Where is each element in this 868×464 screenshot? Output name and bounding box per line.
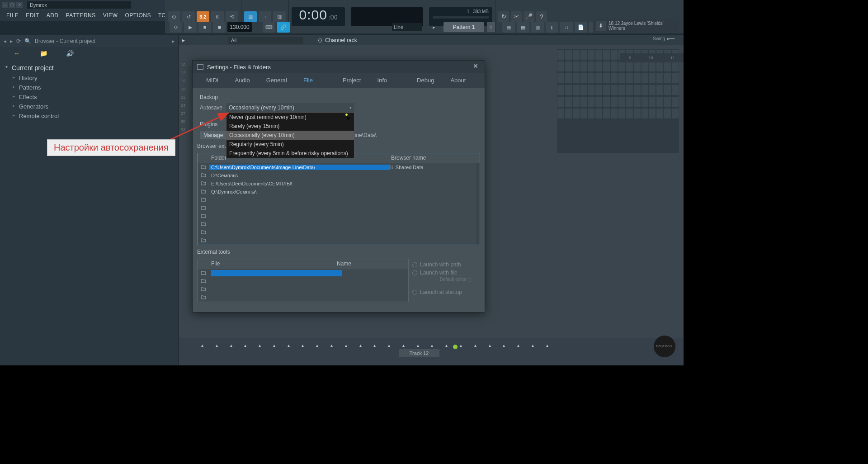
folder-row-icon[interactable] [198,181,209,186]
marker-icon[interactable] [453,345,458,349]
tab-general[interactable]: General [258,73,295,88]
menu-file[interactable]: FILE [3,12,22,19]
menu-options[interactable]: OPTIONS [121,12,155,19]
win-max[interactable]: ▢ [9,2,15,8]
tree-remote[interactable]: Remote control [5,111,174,121]
tab-project[interactable]: Project [335,73,369,88]
view-playlist-icon[interactable]: ▤ [502,22,515,33]
folder-row-icon[interactable] [198,173,209,178]
song-info[interactable]: ⬇ 18.12 Jayce Lewis 'Shields' Winners [593,19,679,33]
folder-row-icon[interactable] [198,197,209,203]
link-icon[interactable]: 🔗 [277,22,290,33]
folder-row[interactable]: C:\Users\Dymrox\Documents\Image-Line\Dat… [198,163,480,171]
folder-row[interactable] [198,196,480,204]
search-folders-list[interactable]: Folder Browser name C:\Users\Dymrox\Docu… [197,153,480,245]
view-pianoroll-icon[interactable]: ▥ [531,22,544,33]
tree-history[interactable]: History [5,73,174,83]
folder-path[interactable]: D:\Семплы\ [209,173,390,178]
playlist-menu-icon[interactable]: ▸ [182,37,185,43]
swing-label[interactable]: Swing ●━━ [653,36,675,41]
browser-search-icon[interactable]: 🔍 [24,38,31,44]
folder-path[interactable]: C:\Users\Dymrox\Documents\Image-Line\Dat… [209,165,390,170]
tempo-field[interactable]: 130.000 [227,22,252,32]
folder-path[interactable]: Q:\Dymrox\Семплы\ [209,189,390,194]
folder-row[interactable] [198,220,480,228]
dd-never[interactable]: Never (just remind every 10min) [226,113,354,122]
folder-row[interactable]: E:\Users\Dee\Documents\СЕМПЛЫ\ [198,180,480,188]
folder-row-icon[interactable] [198,213,209,219]
browser-audio-icon[interactable]: 🔊 [66,50,74,57]
record-button[interactable]: ⏺ [213,22,226,33]
autosave-dropdown[interactable]: Occasionally (every 10min) Never (just r… [226,103,354,112]
project-title[interactable]: Dymrox [27,1,131,9]
browser-fwd-icon[interactable]: ▸ [10,38,13,44]
dd-frequently[interactable]: Frequently (every 5min & before risky op… [226,149,354,158]
channel-filter[interactable]: All [228,37,303,44]
menu-edit[interactable]: EDIT [22,12,42,19]
folder-row-icon[interactable] [198,295,209,300]
folder-row[interactable] [198,204,480,212]
view-stepseq-icon[interactable]: ▦ [517,22,529,33]
folder-path[interactable]: E:\Users\Dee\Documents\СЕМПЛЫ\ [209,181,390,186]
pattern-add-button[interactable]: + [487,22,495,32]
step-sequencer[interactable] [557,49,679,153]
dd-regularly[interactable]: Regularly (every 5min) [226,140,354,149]
browser-back-icon[interactable]: ◂ [4,38,6,44]
ext-row-3[interactable] [211,286,342,293]
folder-row-icon[interactable] [198,270,209,276]
folders-scrollbar[interactable] [476,163,480,245]
playlist-timeline[interactable]: 91011 [620,53,684,62]
browser-folder-icon[interactable]: 📁 [40,50,48,57]
channel-rack-icon[interactable]: ⟨⟩ [318,37,322,43]
tab-audio[interactable]: Audio [226,73,258,88]
browser-more-icon[interactable]: ▸ [172,38,175,44]
win-min[interactable]: ― [2,2,8,8]
copy-icon[interactable]: 📄 [575,22,587,33]
folder-row-icon[interactable] [198,165,209,170]
folder-row[interactable] [198,212,480,220]
snap-select[interactable]: Line [392,23,422,31]
pattern-selector[interactable]: Pattern 1 [443,22,484,32]
menu-view[interactable]: VIEW [99,12,122,19]
browser-reload-icon[interactable]: ⟳ [16,38,21,44]
track-label[interactable]: Track 12 [399,349,439,357]
tree-patterns[interactable]: Patterns [5,83,174,92]
ext-row-1[interactable] [211,270,342,276]
dd-occasionally[interactable]: Occasionally (every 10min) [226,131,354,140]
stop-button[interactable]: ■ [198,22,211,33]
folder-row-icon[interactable] [198,189,209,194]
tree-generators[interactable]: Generators [5,102,174,111]
folder-row-icon[interactable] [198,238,209,243]
menu-patterns[interactable]: PATTERNS [62,12,99,19]
folder-row-icon[interactable] [198,230,209,235]
tree-effects[interactable]: Effects [5,92,174,102]
pattern-prev-icon[interactable]: ▸ [431,22,437,33]
folder-browser-name[interactable]: IL Shared Data [390,165,424,170]
folder-row[interactable]: D:\Семплы\ [198,171,480,180]
typing-kbd-icon[interactable]: ⌨ [263,22,275,33]
launch-file-radio[interactable]: Launch with file [412,269,480,277]
folder-row-icon[interactable] [198,279,209,284]
browser-collapse-icon[interactable]: ↔ [14,50,22,57]
external-tools-list[interactable]: File Name [197,259,409,302]
launch-path-radio[interactable]: Launch with path [412,260,480,269]
menu-add[interactable]: ADD [43,12,62,19]
sync-icon[interactable]: ⟳ [170,22,182,33]
tab-file[interactable]: File [295,73,321,88]
folder-row-icon[interactable] [198,222,209,227]
launch-startup-radio[interactable]: Launch at startup [412,288,480,296]
tree-current-project[interactable]: Current project [5,62,174,73]
tab-info[interactable]: Info [369,73,395,88]
dialog-close-button[interactable]: ✕ [471,62,480,71]
ext-row-4[interactable] [211,294,342,301]
view-browser-icon[interactable]: ⫿ [546,22,558,33]
win-close[interactable]: ✕ [16,2,23,8]
ext-row-2[interactable] [211,278,342,284]
folder-row[interactable] [198,228,480,237]
folder-row-icon[interactable] [198,287,209,292]
tab-debug[interactable]: Debug [409,73,442,88]
dd-rarely[interactable]: Rarely (every 15min) [226,122,354,131]
play-button[interactable]: ▶ [184,22,197,33]
tab-midi[interactable]: MIDI [198,73,226,88]
download-icon[interactable]: ⬇ [596,21,606,31]
